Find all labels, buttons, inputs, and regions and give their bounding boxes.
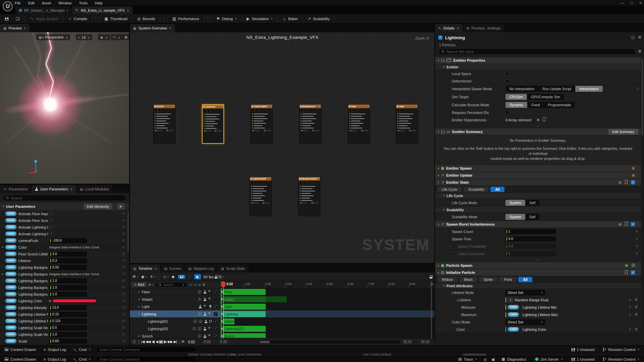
emitter-node-flare[interactable]: Flare◦ — [348, 104, 370, 144]
emitter-node-lightning001[interactable]: Lightning001◦ — [251, 104, 273, 144]
param-checkbox[interactable] — [49, 225, 53, 229]
info-icon[interactable]: ⓘ — [132, 340, 136, 344]
content-drawer-button[interactable]: Content Drawer — [3, 347, 38, 352]
loop-start-icon[interactable]: [ — [139, 340, 139, 344]
bounds-button[interactable]: ◎Bounds — [134, 15, 158, 22]
keyframe-dropdown[interactable]: ◇ — [163, 275, 169, 279]
range-start-field[interactable]: -0.10 — [203, 340, 211, 344]
track-flare[interactable]: ▸Flareⓘ — [130, 288, 220, 296]
prop-value-input[interactable]: 0.0 — [505, 237, 556, 241]
reset-icon[interactable]: ↺ — [635, 312, 638, 317]
tab-preview[interactable]: ▦ Preview — [0, 24, 30, 32]
gear-icon[interactable]: ⚙ — [638, 35, 641, 40]
add-icon[interactable]: ⊕ — [632, 166, 635, 171]
step-back-button[interactable]: ◀| — [151, 340, 154, 344]
section-emitter-spawn[interactable]: ▾Emitter Spawn⊕ — [435, 165, 641, 172]
prop-dropdown[interactable]: Direct Set∨ — [505, 319, 545, 325]
expander-icon[interactable]: ▶ — [49, 299, 53, 302]
person-icon[interactable] — [203, 335, 206, 338]
cmd-dropdown[interactable]: >_Cmd∨ — [71, 347, 93, 352]
close-icon[interactable] — [154, 266, 157, 270]
track-lane-lightning002[interactable]: Lightning002 — [220, 325, 435, 333]
brush-dropdown[interactable]: ✎ — [111, 34, 122, 40]
menu-window[interactable]: Window — [58, 1, 71, 5]
node-graph[interactable]: NS_Extra_Lightning_Example_VFX Zoom -5 S… — [130, 32, 435, 263]
collapse-tracks-icon[interactable]: ▭ — [189, 283, 192, 287]
info-icon[interactable]: ⓘ — [194, 319, 197, 324]
maximize-icon[interactable]: ▢ — [630, 1, 633, 5]
loop-end-icon[interactable]: ] — [179, 340, 179, 344]
segment-option[interactable]: Interpolation — [575, 86, 603, 92]
emitter-bar-light[interactable]: Light — [223, 304, 266, 310]
reset-icon[interactable]: ↺ — [122, 212, 125, 216]
param-value-input[interactable]: 1.0 — [49, 285, 87, 290]
segment-option[interactable]: GPUCompute Sim — [527, 94, 564, 100]
reset-icon[interactable]: ↺ — [122, 306, 125, 309]
filter-all[interactable]: All — [518, 277, 532, 282]
track-search-input[interactable]: Search. ∨ — [155, 282, 187, 287]
expand-icon[interactable]: ∨ — [636, 245, 638, 248]
segment-option[interactable]: System — [505, 200, 525, 206]
tab-system-overview[interactable]: ▦ System Overview — [130, 24, 175, 32]
screenshot-icon[interactable]: ▣ — [491, 357, 495, 361]
tab-timeline[interactable]: ▤Timeline — [130, 264, 160, 273]
track-enabled-checkbox[interactable] — [214, 327, 218, 331]
loop-button[interactable]: ⟳ — [181, 340, 184, 344]
filter-ribbon[interactable]: Ribbon — [437, 277, 458, 282]
filter-life-cycle[interactable]: Life Cycle — [437, 187, 462, 192]
save-button[interactable] — [2, 16, 11, 22]
reset-icon[interactable]: ↺ — [122, 292, 125, 296]
add-parameter-button[interactable]: + — [117, 203, 124, 209]
playhead-handle[interactable] — [221, 282, 225, 287]
info-icon[interactable]: ⓘ — [198, 312, 201, 316]
console-input[interactable]: Enter Console Command — [96, 347, 197, 352]
asset-tab-0[interactable]: BP_Impact_..s_Manager• — [15, 6, 71, 14]
emitter-node-background[interactable]: Background⚠ — [299, 104, 321, 144]
tab-user-parameters[interactable]: User Parameters — [32, 185, 76, 193]
emitter-node-lightning[interactable]: Lightning◦ — [202, 104, 224, 144]
info-icon[interactable]: ⓘ — [631, 35, 635, 40]
cube-icon[interactable] — [209, 320, 212, 322]
segment-option[interactable]: CPUSim — [505, 94, 527, 100]
reset-icon[interactable]: ↺ — [122, 319, 125, 323]
sun-icon[interactable] — [208, 335, 212, 338]
subsection-life-cycle[interactable]: ▾Life Cycle — [435, 193, 641, 199]
expand-icon[interactable]: ∨ — [629, 313, 631, 316]
unsaved-button[interactable]: 1 Unsaved — [570, 347, 597, 352]
compile-icon-options[interactable] — [94, 16, 98, 21]
reset-icon[interactable]: ↺ — [122, 219, 125, 222]
add-icon[interactable]: ⊕ — [632, 173, 635, 178]
expand-tracks-icon[interactable]: ▭ — [194, 283, 197, 287]
sun-icon[interactable] — [208, 290, 212, 294]
person-icon[interactable] — [203, 327, 206, 330]
trash-icon[interactable] — [625, 223, 628, 226]
param-value-input[interactable]: 0.03 — [49, 265, 87, 270]
reset-icon[interactable]: ↺ — [122, 252, 125, 256]
sun-icon[interactable] — [208, 327, 212, 330]
info-icon[interactable]: ⓘ — [193, 326, 196, 331]
reset-icon[interactable]: ↺ — [122, 239, 125, 242]
track-enabled-checkbox[interactable] — [214, 305, 218, 309]
prop-value-input[interactable]: 1 — [505, 229, 556, 234]
track-lightning[interactable]: ▸Lightningⓘ — [130, 310, 220, 318]
collapse-chevron[interactable]: ⌄ — [435, 257, 641, 262]
enabled-checkbox[interactable] — [631, 222, 635, 226]
step-forward-button[interactable]: |▶ — [164, 340, 167, 344]
subsection-emitter[interactable]: ▾Emitter — [435, 64, 641, 70]
track-enabled-checkbox[interactable] — [214, 319, 218, 323]
info-icon[interactable]: ⓘ — [199, 319, 202, 324]
filter-all[interactable]: All — [490, 187, 504, 192]
shuffle-icon[interactable]: ⇄ — [619, 180, 622, 185]
param-checkbox[interactable] — [49, 212, 53, 216]
filter-dropdown[interactable]: ≡ — [149, 283, 154, 287]
track-enabled-checkbox[interactable] — [214, 290, 218, 294]
segment-option[interactable]: Dynamic — [505, 102, 527, 108]
trash-icon[interactable] — [625, 181, 628, 184]
pause-button[interactable]: ▮▮ — [159, 340, 162, 344]
range-start-marker[interactable] — [221, 288, 222, 339]
dynamic-input-icon[interactable]: ƒ — [508, 298, 513, 302]
unsaved-button[interactable]: 1 Unsaved — [570, 357, 597, 362]
show-flags-dropdown[interactable]: ◉ — [98, 34, 110, 40]
add-track-button[interactable]: +Add — [131, 282, 147, 287]
add-icon[interactable]: ⊕ — [625, 263, 628, 268]
